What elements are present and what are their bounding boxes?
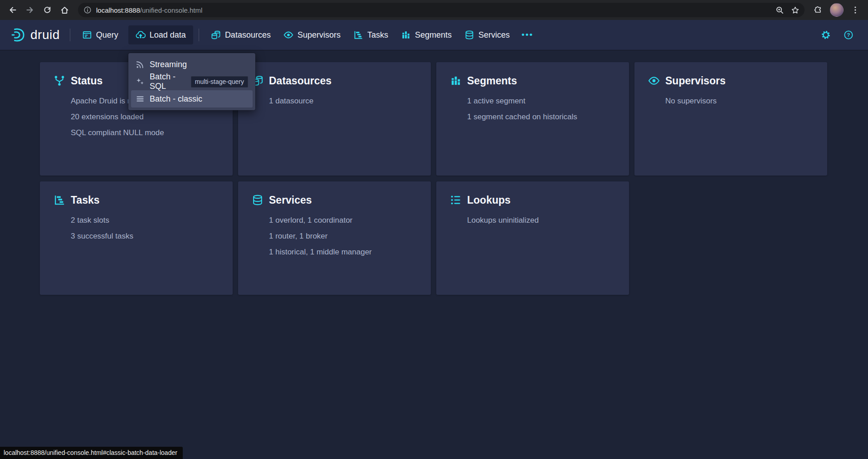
- tasks-card[interactable]: Tasks 2 task slots 3 successful tasks: [40, 181, 233, 295]
- segments-card[interactable]: Segments 1 active segment 1 segment cach…: [436, 62, 629, 176]
- menu-item-label: Streaming: [150, 60, 187, 69]
- database-icon: [252, 194, 263, 206]
- card-title: Services: [269, 194, 312, 206]
- zoom-button[interactable]: [773, 3, 786, 17]
- card-title: Status: [71, 75, 102, 87]
- load-data-menu: Streaming Batch - SQL multi-stage-query …: [128, 53, 255, 110]
- card-line: 1 historical, 1 middle manager: [269, 244, 417, 260]
- settings-button[interactable]: [818, 27, 834, 43]
- card-title: Segments: [467, 75, 517, 87]
- screen: localhost:8888/unified-console.html drui…: [0, 0, 868, 459]
- datasources-card[interactable]: Datasources 1 datasource: [238, 62, 431, 176]
- link-status-bar: localhost:8888/unified-console.html#clas…: [0, 447, 183, 459]
- card-title: Datasources: [269, 75, 332, 87]
- card-line: No supervisors: [665, 93, 814, 109]
- kebab-menu-icon: [851, 5, 860, 15]
- extensions-button[interactable]: [810, 2, 826, 18]
- home-button[interactable]: [56, 2, 73, 18]
- nav-item-label: Segments: [415, 30, 452, 40]
- card-title: Tasks: [71, 194, 100, 206]
- eye-icon: [648, 75, 660, 87]
- sparkle-icon: [136, 77, 145, 86]
- gantt-chart-icon: [353, 30, 363, 40]
- card-line: 2 task slots: [71, 212, 219, 228]
- menu-item-batch-classic[interactable]: Batch - classic: [131, 90, 253, 107]
- gear-icon: [821, 30, 831, 40]
- database-icon: [464, 30, 474, 40]
- site-info-icon[interactable]: [83, 6, 92, 14]
- forward-icon: [25, 5, 34, 15]
- card-title: Lookups: [467, 194, 511, 206]
- query-app-icon: [82, 30, 92, 40]
- help-button[interactable]: [841, 27, 856, 43]
- card-line: 1 segment cached on historicals: [467, 109, 615, 125]
- card-line: 1 overlord, 1 coordinator: [269, 212, 417, 228]
- url-bar-actions: [773, 3, 802, 17]
- multi-database-icon: [211, 30, 221, 40]
- nav-item-datasources[interactable]: Datasources: [205, 25, 277, 44]
- card-line: 3 successful tasks: [71, 228, 219, 244]
- card-line: SQL compliant NULL mode: [71, 125, 219, 141]
- properties-list-icon: [450, 194, 462, 206]
- druid-navbar: druid Query Load data Datasources Superv…: [0, 20, 868, 50]
- nav-item-load-data[interactable]: Load data: [128, 25, 193, 44]
- nav-more-button[interactable]: •••: [516, 25, 539, 44]
- msq-tag: multi-stage-query: [191, 76, 248, 88]
- nav-item-query[interactable]: Query: [76, 25, 125, 44]
- card-line: 1 active segment: [467, 93, 615, 109]
- card-line: 1 datasource: [269, 93, 417, 109]
- profile-avatar[interactable]: [830, 3, 844, 17]
- nav-item-label: Query: [96, 30, 118, 40]
- eye-icon: [283, 30, 293, 40]
- menu-item-label: Batch - classic: [150, 94, 202, 104]
- card-title: Supervisors: [665, 75, 726, 87]
- nav-item-label: Datasources: [225, 30, 271, 40]
- supervisors-card[interactable]: Supervisors No supervisors: [634, 62, 827, 176]
- refresh-icon: [43, 6, 51, 14]
- druid-logo[interactable]: druid: [10, 27, 60, 43]
- card-line: 1 router, 1 broker: [269, 228, 417, 244]
- card-line: 20 extensions loaded: [71, 109, 219, 125]
- nav-item-supervisors[interactable]: Supervisors: [277, 25, 347, 44]
- nav-divider: [70, 29, 70, 41]
- url-bar[interactable]: localhost:8888/unified-console.html: [78, 3, 805, 17]
- menu-item-label: Batch - SQL: [150, 72, 186, 91]
- nav-right-actions: [818, 27, 858, 43]
- url-text: localhost:8888/unified-console.html: [96, 6, 202, 14]
- table-rows-icon: [136, 94, 145, 103]
- forward-button[interactable]: [22, 2, 38, 18]
- druid-logo-icon: [10, 27, 26, 43]
- help-icon: [844, 30, 853, 40]
- nav-divider: [199, 29, 199, 41]
- browser-toolbar: localhost:8888/unified-console.html: [0, 0, 868, 20]
- menu-item-batch-sql[interactable]: Batch - SQL multi-stage-query: [131, 73, 253, 90]
- cloud-upload-icon: [136, 30, 146, 40]
- services-card[interactable]: Services 1 overlord, 1 coordinator 1 rou…: [238, 181, 431, 295]
- nav-item-tasks[interactable]: Tasks: [347, 25, 395, 44]
- extensions-puzzle-icon: [814, 5, 823, 15]
- nav-item-label: Load data: [150, 30, 186, 40]
- nav-item-segments[interactable]: Segments: [395, 25, 458, 44]
- home-icon: [60, 6, 69, 15]
- back-button[interactable]: [5, 2, 21, 18]
- nav-item-label: Services: [478, 30, 510, 40]
- nav-item-services[interactable]: Services: [458, 25, 516, 44]
- back-icon: [8, 5, 17, 15]
- zoom-icon: [775, 6, 784, 15]
- more-icon: •••: [522, 30, 533, 39]
- fork-icon: [54, 75, 65, 87]
- url-path: /unified-console.html: [140, 6, 203, 14]
- nav-item-label: Tasks: [367, 30, 388, 40]
- nav-item-label: Supervisors: [297, 30, 341, 40]
- stacked-chart-icon: [401, 30, 411, 40]
- card-line: Lookups uninitialized: [467, 212, 615, 228]
- menu-item-streaming[interactable]: Streaming: [131, 56, 253, 73]
- refresh-button[interactable]: [39, 2, 55, 18]
- feed-icon: [136, 60, 145, 69]
- lookups-card[interactable]: Lookups Lookups uninitialized: [436, 181, 629, 295]
- stacked-chart-icon: [450, 75, 462, 87]
- brand-text: druid: [30, 28, 60, 42]
- bookmark-button[interactable]: [788, 3, 802, 17]
- browser-menu-button[interactable]: [847, 2, 863, 18]
- url-host: localhost:8888: [96, 6, 140, 14]
